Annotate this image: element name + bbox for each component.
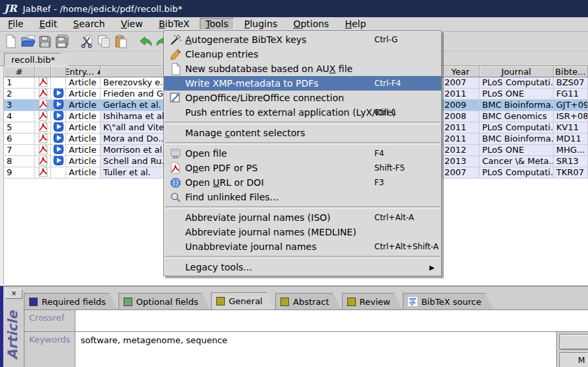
save-all-icon[interactable] <box>54 34 71 50</box>
cell-num[interactable]: 7 <box>4 145 35 156</box>
cell-num[interactable]: 5 <box>4 122 35 134</box>
cell-journal[interactable]: PLoS ONE <box>480 89 554 100</box>
cell-year[interactable]: 2008 <box>442 111 480 122</box>
keywords-input[interactable]: software, metagenome, sequence <box>75 332 557 367</box>
cell-bibtexkey[interactable]: FG11 <box>554 89 588 100</box>
cell-year[interactable]: 2012 <box>442 145 480 156</box>
cell-pdf[interactable] <box>35 89 51 100</box>
cell-num[interactable]: 8 <box>4 156 35 167</box>
menu-item-push-entries-to-external-application-lyx-kile[interactable]: Push entries to external application (Ly… <box>164 105 441 120</box>
crossref-input[interactable] <box>75 310 588 332</box>
cell-year[interactable]: 2007 <box>442 167 480 179</box>
cell-bibtexkey[interactable]: ISR+08 <box>554 111 588 122</box>
menu-item-legacy-tools[interactable]: Legacy tools...▶ <box>164 260 441 274</box>
cell-play[interactable] <box>51 156 66 167</box>
cell-entrytype[interactable]: Article <box>66 77 101 89</box>
cell-play[interactable] <box>51 145 66 156</box>
cell-year[interactable]: 2011 <box>442 134 480 145</box>
cell-num[interactable]: 3 <box>4 100 35 111</box>
new-database-icon[interactable] <box>2 34 19 50</box>
menu-item-new-subdatabase-based-on-aux-file[interactable]: New subdatabase based on AUX file <box>164 61 441 76</box>
editor-tab-general[interactable]: General <box>211 292 274 309</box>
menu-plugins[interactable]: Plugins <box>238 18 283 30</box>
cell-pdf[interactable] <box>35 167 51 179</box>
cell-year[interactable]: 2009 <box>442 100 480 111</box>
cell-play[interactable] <box>51 111 66 122</box>
keywords-manage-button[interactable]: M <box>560 352 588 367</box>
cell-journal[interactable]: PLoS ONE <box>480 145 554 156</box>
column-header-pdf[interactable] <box>35 66 51 77</box>
menu-file[interactable]: File <box>2 18 29 30</box>
cell-year[interactable]: 2013 <box>442 156 480 167</box>
cell-play[interactable] <box>51 122 66 134</box>
cell-journal[interactable]: PLoS Computati... <box>480 122 554 134</box>
cell-year[interactable]: 2007 <box>442 77 480 89</box>
save-database-icon[interactable] <box>36 34 54 50</box>
open-database-icon[interactable] <box>19 34 36 50</box>
cell-year[interactable]: 2011 <box>442 122 480 134</box>
cell-bibtexkey[interactable]: MHG... <box>554 145 588 156</box>
copy-icon[interactable] <box>95 34 112 50</box>
cell-bibtexkey[interactable]: SR13 <box>554 156 588 167</box>
cell-num[interactable]: 9 <box>4 167 35 179</box>
menu-search[interactable]: Search <box>67 18 111 30</box>
menu-item-open-pdf-or-ps[interactable]: Open PDF or PSShift-F5 <box>164 161 441 175</box>
cell-play[interactable] <box>51 89 66 100</box>
cell-bibtexkey[interactable]: TKR07 <box>554 167 588 179</box>
cell-pdf[interactable] <box>35 100 51 111</box>
cell-play[interactable] <box>51 100 66 111</box>
cell-entrytype[interactable]: Article <box>66 156 101 167</box>
file-tab-recoll[interactable]: recoll.bib* <box>4 53 69 66</box>
cell-num[interactable]: 1 <box>4 77 35 89</box>
editor-tab-bibtex-source[interactable]: BibTeX source <box>403 293 493 309</box>
column-header-year[interactable]: Year <box>442 66 480 77</box>
cell-entrytype[interactable]: Article <box>66 145 101 156</box>
cell-entrytype[interactable]: Article <box>66 89 101 100</box>
cell-pdf[interactable] <box>35 111 51 122</box>
column-header-journal[interactable]: Journal <box>480 66 554 77</box>
cell-entrytype[interactable]: Article <box>66 111 101 122</box>
editor-tab-required-fields[interactable]: Required fields <box>24 293 118 309</box>
column-header-entrytype[interactable]: Entry...▲ <box>66 66 101 77</box>
menu-item-open-file[interactable]: Open fileF4 <box>164 146 441 161</box>
cell-journal[interactable]: BMC Bioinforma... <box>480 134 554 145</box>
cell-journal[interactable]: PLoS Computati... <box>480 77 554 89</box>
keywords-side-button[interactable] <box>560 334 588 350</box>
column-header-num[interactable]: # <box>4 66 35 77</box>
cell-pdf[interactable] <box>35 156 51 167</box>
cell-journal[interactable]: BMC Genomics <box>480 111 554 122</box>
cell-bibtexkey[interactable]: MD11 <box>554 134 588 145</box>
menu-item-open-url-or-doi[interactable]: Open URL or DOIF3 <box>164 175 441 190</box>
cell-pdf[interactable] <box>35 122 51 134</box>
cell-bibtexkey[interactable]: GJT+09 <box>554 100 588 111</box>
editor-tab-abstract[interactable]: Abstract <box>275 293 341 309</box>
cell-journal[interactable]: PLoS Computati... <box>480 167 554 179</box>
cell-num[interactable]: 4 <box>4 111 35 122</box>
menu-item-abbreviate-journal-names-medline[interactable]: Abbreviate journal names (MEDLINE) <box>164 225 441 239</box>
cell-num[interactable]: 6 <box>4 134 35 145</box>
menu-item-abbreviate-journal-names-iso[interactable]: Abbreviate journal names (ISO)Ctrl+Alt-A <box>164 210 441 225</box>
cell-entrytype[interactable]: Article <box>66 134 101 145</box>
undo-icon[interactable] <box>137 34 154 50</box>
cell-play[interactable] <box>51 77 66 89</box>
paste-icon[interactable] <box>112 34 130 50</box>
menu-item-openoffice-libreoffice-connection[interactable]: OpenOffice/LibreOffice connection <box>164 91 441 105</box>
cell-entrytype[interactable]: Article <box>66 167 101 179</box>
cell-entrytype[interactable]: Article <box>66 122 101 134</box>
menu-item-unabbreviate-journal-names[interactable]: Unabbreviate journal namesCtrl+Alt+Shift… <box>164 239 441 254</box>
cell-journal[interactable]: BMC Bioinforma... <box>480 100 554 111</box>
editor-tab-optional-fields[interactable]: Optional fields <box>118 293 210 309</box>
cell-journal[interactable]: Cancer \& Meta... <box>480 156 554 167</box>
menu-options[interactable]: Options <box>287 18 335 30</box>
cell-pdf[interactable] <box>35 145 51 156</box>
cell-pdf[interactable] <box>35 77 51 89</box>
close-entry-editor-button[interactable]: × <box>5 289 22 299</box>
column-header-play[interactable] <box>51 66 66 77</box>
menu-edit[interactable]: Edit <box>33 18 63 30</box>
editor-tab-review[interactable]: Review <box>342 293 402 309</box>
cell-bibtexkey[interactable]: KV11 <box>554 122 588 134</box>
menu-bibtex[interactable]: BibTeX <box>153 18 196 30</box>
column-header-bibtexkey[interactable]: Bibte... <box>554 66 588 77</box>
menu-item-write-xmp-metadata-to-pdfs[interactable]: Write XMP-metadata to PDFsCtrl-F4 <box>164 76 441 91</box>
cell-play[interactable] <box>51 134 66 145</box>
